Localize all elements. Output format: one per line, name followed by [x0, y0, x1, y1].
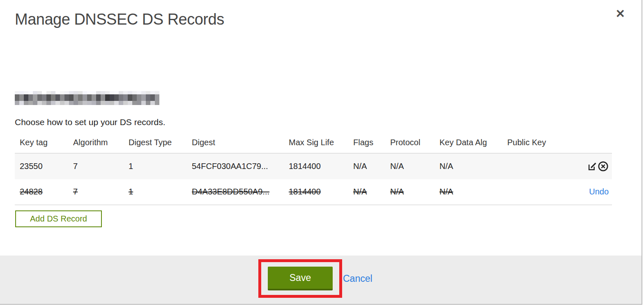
- close-icon[interactable]: ✕: [616, 8, 625, 20]
- annotation-highlight: Save: [258, 259, 342, 298]
- flags-value: N/A: [353, 187, 367, 196]
- redacted-domain-name: [15, 91, 159, 105]
- table-row: 23550 7 1 54FCF030AA1C79... 1814400 N/A …: [15, 153, 612, 179]
- col-key-tag: Key tag: [15, 135, 68, 153]
- table-row-deleted: 24828 7 1 D4A33E8DD550A9... 1814400 N/A …: [15, 179, 612, 205]
- key-data-alg-value: N/A: [439, 162, 453, 171]
- algorithm-value: 7: [73, 162, 78, 171]
- footer-actions: Save Cancel: [258, 259, 373, 298]
- col-flags: Flags: [348, 135, 385, 153]
- cancel-link[interactable]: Cancel: [343, 273, 373, 284]
- protocol-value: N/A: [390, 187, 404, 196]
- col-protocol: Protocol: [385, 135, 435, 153]
- instruction-text: Choose how to set up your DS records.: [15, 117, 166, 127]
- col-digest-type: Digest Type: [124, 135, 187, 153]
- digest-type-value: 1: [129, 162, 133, 171]
- max-sig-life-value: 1814400: [289, 162, 321, 171]
- col-algorithm: Algorithm: [68, 135, 124, 153]
- undo-link[interactable]: Undo: [589, 187, 609, 196]
- max-sig-life-value: 1814400: [289, 187, 321, 196]
- key-data-alg-value: N/A: [439, 187, 453, 196]
- save-button[interactable]: Save: [268, 267, 333, 290]
- add-ds-record-button[interactable]: Add DS Record: [15, 210, 102, 227]
- edit-record-button[interactable]: [587, 161, 598, 171]
- table-header-row: Key tag Algorithm Digest Type Digest Max…: [15, 135, 612, 153]
- col-actions: [556, 135, 612, 153]
- algorithm-value: 7: [73, 187, 78, 196]
- protocol-value: N/A: [390, 162, 404, 171]
- modal-footer: Save Cancel: [0, 256, 642, 304]
- page-title: Manage DNSSEC DS Records: [15, 11, 224, 28]
- delete-icon: [598, 167, 609, 173]
- delete-record-button[interactable]: [598, 161, 609, 172]
- edit-icon: [587, 167, 598, 173]
- flags-value: N/A: [353, 162, 367, 171]
- digest-type-value: 1: [129, 187, 133, 196]
- manage-dnssec-modal: Manage DNSSEC DS Records ✕ Choose how to…: [0, 0, 642, 305]
- ds-records-table: Key tag Algorithm Digest Type Digest Max…: [15, 135, 612, 205]
- key-tag-value: 24828: [20, 187, 43, 196]
- digest-value: D4A33E8DD550A9...: [192, 187, 269, 196]
- col-digest: Digest: [187, 135, 284, 153]
- key-tag-value: 23550: [20, 162, 43, 171]
- col-max-sig-life: Max Sig Life: [284, 135, 348, 153]
- digest-value: 54FCF030AA1C79...: [192, 162, 268, 171]
- col-key-data-alg: Key Data Alg: [435, 135, 502, 153]
- col-public-key: Public Key: [502, 135, 556, 153]
